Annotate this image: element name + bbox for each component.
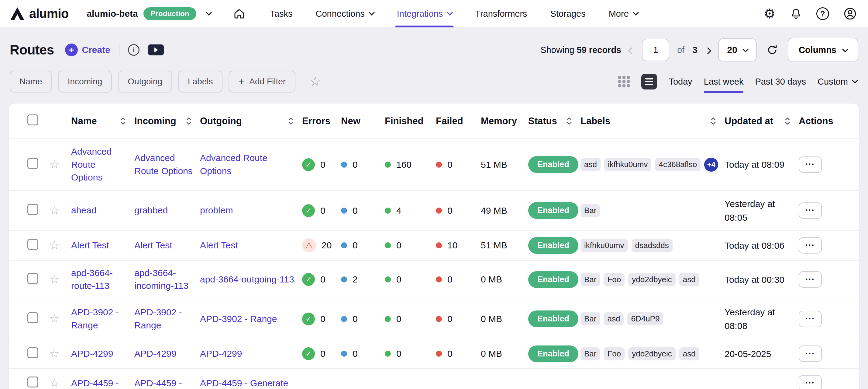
date-filter-last-week[interactable]: Last week bbox=[704, 77, 744, 87]
column-header-name[interactable]: Name bbox=[71, 104, 134, 139]
nav-item-transformers[interactable]: Transformers bbox=[475, 0, 527, 27]
route-name-link[interactable]: APD-3902 - Range bbox=[71, 306, 127, 332]
notifications-button[interactable] bbox=[789, 7, 802, 20]
table-row: ☆Advanced Route OptionsAdvanced Route Op… bbox=[9, 139, 859, 191]
date-filter-past-30-days[interactable]: Past 30 days bbox=[755, 77, 806, 87]
select-all-checkbox[interactable] bbox=[27, 114, 38, 126]
route-incoming-link[interactable]: APD-4299 bbox=[134, 347, 176, 360]
refresh-button[interactable] bbox=[767, 44, 778, 56]
route-name-link[interactable]: Advanced Route Options bbox=[71, 145, 127, 184]
row-checkbox[interactable] bbox=[27, 239, 38, 250]
row-actions-button[interactable]: ••• bbox=[799, 237, 822, 254]
page-title: Routes bbox=[10, 42, 54, 58]
date-filter-today[interactable]: Today bbox=[669, 77, 692, 87]
sort-icon[interactable] bbox=[287, 117, 294, 126]
page-size-select[interactable]: 20 bbox=[718, 38, 757, 61]
column-header-status[interactable]: Status bbox=[528, 104, 581, 139]
row-checkbox[interactable] bbox=[27, 312, 38, 323]
filter-outgoing-button[interactable]: Outgoing bbox=[118, 71, 172, 92]
filter-labels-button[interactable]: Labels bbox=[178, 71, 223, 92]
favorite-star-icon[interactable]: ☆ bbox=[49, 158, 60, 171]
video-tutorial-button[interactable] bbox=[148, 45, 164, 55]
column-label: Failed bbox=[436, 116, 463, 126]
errors-cell: ✓0 bbox=[302, 260, 341, 299]
route-incoming-link[interactable]: apd-3664-incoming-113 bbox=[134, 267, 193, 293]
sort-icon[interactable] bbox=[185, 117, 192, 126]
column-header-new: New bbox=[341, 104, 385, 139]
row-checkbox[interactable] bbox=[27, 377, 38, 387]
filter-name-button[interactable]: Name bbox=[10, 71, 52, 92]
route-outgoing-link[interactable]: Alert Test bbox=[200, 239, 238, 252]
filter-incoming-button[interactable]: Incoming bbox=[58, 71, 112, 92]
route-name-link[interactable]: APD-4459 - bbox=[71, 377, 119, 389]
grid-view-button[interactable] bbox=[618, 76, 630, 87]
settings-button[interactable]: ⚙ bbox=[764, 7, 776, 20]
favorite-star-icon[interactable]: ☆ bbox=[49, 204, 60, 217]
columns-button[interactable]: Columns bbox=[788, 38, 858, 62]
nav-item-storages[interactable]: Storages bbox=[550, 0, 586, 27]
favorite-star-icon[interactable]: ☆ bbox=[49, 239, 60, 252]
prev-page-button[interactable] bbox=[629, 45, 634, 56]
route-name-link[interactable]: APD-4299 bbox=[71, 347, 113, 360]
home-button[interactable] bbox=[233, 7, 246, 20]
alumio-logo[interactable]: alumio bbox=[10, 6, 68, 21]
favorite-star-icon[interactable]: ☆ bbox=[49, 347, 60, 360]
sort-icon[interactable] bbox=[784, 117, 791, 126]
row-actions-button[interactable]: ••• bbox=[799, 311, 822, 327]
row-actions-button[interactable]: ••• bbox=[799, 375, 822, 389]
sort-icon[interactable] bbox=[120, 117, 126, 126]
check-icon: ✓ bbox=[302, 313, 315, 325]
row-actions-button[interactable]: ••• bbox=[799, 202, 822, 219]
finished-dot-icon bbox=[385, 276, 391, 282]
errors-stat: ✓0 bbox=[302, 273, 334, 286]
row-actions-button[interactable]: ••• bbox=[799, 157, 822, 173]
row-checkbox[interactable] bbox=[27, 273, 38, 284]
column-header-updated-at[interactable]: Updated at bbox=[724, 104, 799, 139]
help-button[interactable]: ? bbox=[816, 7, 829, 20]
route-outgoing-link[interactable]: APD-3902 - Range bbox=[200, 313, 277, 326]
labels-more-badge[interactable]: +4 bbox=[704, 158, 718, 172]
favorite-star-icon[interactable]: ☆ bbox=[49, 377, 60, 389]
nav-item-tasks[interactable]: Tasks bbox=[270, 0, 292, 27]
route-outgoing-link[interactable]: Advanced Route Options bbox=[200, 151, 295, 177]
sort-icon[interactable] bbox=[710, 117, 717, 126]
date-filter-custom[interactable]: Custom bbox=[817, 77, 857, 87]
route-incoming-link[interactable]: Advanced Route Options bbox=[134, 151, 193, 177]
route-incoming-link[interactable]: APD-4459 - bbox=[134, 377, 182, 389]
column-header-labels[interactable]: Labels bbox=[581, 104, 724, 139]
row-checkbox[interactable] bbox=[27, 347, 38, 358]
favorite-star-icon[interactable]: ☆ bbox=[49, 273, 60, 286]
route-name-link[interactable]: ahead bbox=[71, 204, 96, 217]
route-outgoing-link[interactable]: apd-3664-outgoing-113 bbox=[200, 273, 294, 286]
nav-item-more[interactable]: More bbox=[609, 0, 638, 27]
column-header-incoming[interactable]: Incoming bbox=[134, 104, 200, 139]
row-actions-button[interactable]: ••• bbox=[799, 271, 822, 288]
route-incoming-link[interactable]: Alert Test bbox=[134, 239, 172, 252]
row-checkbox[interactable] bbox=[27, 158, 38, 169]
route-name-link[interactable]: Alert Test bbox=[71, 239, 109, 252]
page-number-input[interactable] bbox=[642, 39, 669, 61]
create-button[interactable]: + Create bbox=[65, 44, 110, 56]
environment-switcher[interactable]: alumio-beta Production bbox=[87, 7, 211, 20]
favorite-star-icon[interactable]: ☆ bbox=[49, 312, 60, 325]
sort-icon[interactable] bbox=[566, 117, 572, 126]
nav-item-connections[interactable]: Connections bbox=[316, 0, 374, 27]
route-name-link[interactable]: apd-3664-route-113 bbox=[71, 267, 127, 293]
route-incoming-link[interactable]: grabbed bbox=[134, 204, 168, 217]
add-filter-button[interactable]: +Add Filter bbox=[228, 71, 296, 92]
info-button[interactable]: i bbox=[128, 44, 140, 56]
row-actions-button[interactable]: ••• bbox=[799, 345, 822, 362]
column-header-outgoing[interactable]: Outgoing bbox=[200, 104, 302, 139]
list-view-button[interactable] bbox=[641, 74, 657, 89]
memory-cell: 49 MB bbox=[481, 191, 528, 231]
route-outgoing-link[interactable]: problem bbox=[200, 204, 233, 217]
route-outgoing-link[interactable]: APD-4459 - Generate bbox=[200, 377, 288, 389]
route-outgoing-link[interactable]: APD-4299 bbox=[200, 347, 242, 360]
favorite-filters-button[interactable]: ☆ bbox=[309, 75, 321, 88]
row-checkbox[interactable] bbox=[27, 204, 38, 215]
next-page-button[interactable] bbox=[705, 45, 710, 56]
route-incoming-link[interactable]: APD-3902 - Range bbox=[134, 306, 193, 332]
chevron-down-icon bbox=[369, 9, 375, 16]
account-button[interactable] bbox=[843, 7, 857, 21]
nav-item-integrations[interactable]: Integrations bbox=[397, 0, 452, 27]
